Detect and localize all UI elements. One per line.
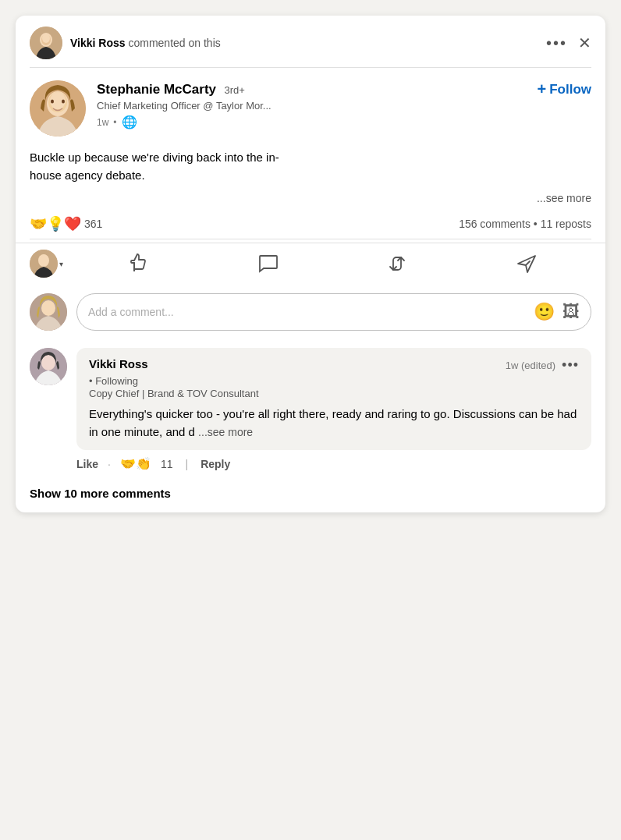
reactions-divider xyxy=(30,239,591,239)
header-commenter-name: Vikki Ross xyxy=(70,37,126,49)
like-icon xyxy=(128,253,150,275)
comment-more-button[interactable]: ••• xyxy=(562,357,579,374)
comment-reactions-count: 11 xyxy=(161,458,173,470)
see-more-label[interactable]: ...see more xyxy=(537,192,591,204)
comment-input-icons: 🙂 🖼 xyxy=(534,302,580,322)
reactions-left: 🤝💡❤️ 361 xyxy=(30,215,102,232)
author-avatar xyxy=(30,80,86,136)
comment-action-button[interactable] xyxy=(204,248,333,279)
svg-point-18 xyxy=(43,356,54,368)
post-content: Buckle up because we're diving back into… xyxy=(16,144,605,192)
comment-actions: Like · 🤝👏 11 | Reply xyxy=(30,450,591,471)
pipe-separator: | xyxy=(185,458,188,470)
post-text-line2: house agency debate. xyxy=(30,168,145,182)
author-info: Stephanie McCarty 3rd+ + Follow Chief Ma… xyxy=(97,80,591,129)
author-name-degree: Stephanie McCarty 3rd+ xyxy=(97,82,245,97)
comment-time-dots: 1w (edited) ••• xyxy=(506,357,579,374)
comment-section: Vikki Ross 1w (edited) ••• • Following C… xyxy=(16,342,605,477)
vikki-comment-item: Vikki Ross 1w (edited) ••• • Following C… xyxy=(30,348,591,450)
comment-header: Vikki Ross 1w (edited) ••• xyxy=(89,357,579,374)
comment-placeholder: Add a comment... xyxy=(88,306,526,318)
degree-badge: 3rd+ xyxy=(225,84,245,96)
post-text-line1: Buckle up because we're diving back into… xyxy=(30,151,279,164)
comment-text-preview: Everything's quicker too - you're all ri… xyxy=(89,407,577,438)
post-time: 1w xyxy=(97,117,108,128)
comment-reply-button[interactable]: Reply xyxy=(200,458,230,470)
comment-text: Everything's quicker too - you're all ri… xyxy=(89,406,579,441)
header-avatar xyxy=(30,27,62,59)
reaction-emojis: 🤝💡❤️ xyxy=(30,215,81,232)
current-user-avatar xyxy=(30,293,67,331)
repost-icon xyxy=(386,253,408,275)
send-icon xyxy=(516,253,538,275)
reactions-row: 🤝💡❤️ 361 156 comments • 11 reposts xyxy=(16,212,605,239)
comment-author-name: Vikki Ross xyxy=(89,357,148,370)
author-name: Stephanie McCarty xyxy=(97,82,216,97)
header-comment-label: commented on this xyxy=(128,37,220,49)
reactions-right: 156 comments • 11 reposts xyxy=(459,218,591,230)
header-actions: ••• ✕ xyxy=(546,34,591,52)
like-action-button[interactable] xyxy=(74,248,204,279)
svg-point-8 xyxy=(51,100,54,104)
comment-actions-dot: · xyxy=(108,458,111,470)
dot-separator: • xyxy=(113,117,116,128)
svg-point-3 xyxy=(42,34,50,43)
vikki-comment-avatar xyxy=(30,348,67,385)
post-author-section: Stephanie McCarty 3rd+ + Follow Chief Ma… xyxy=(16,68,605,144)
globe-icon: 🌐 xyxy=(122,115,137,129)
svg-point-12 xyxy=(40,255,48,265)
action-bar: ▾ xyxy=(16,243,605,287)
svg-point-15 xyxy=(43,301,54,314)
header-notification-text: Vikki Ross commented on this xyxy=(70,37,538,49)
post-card: Vikki Ross commented on this ••• ✕ xyxy=(16,16,605,512)
vikki-comment-body: Vikki Ross 1w (edited) ••• • Following C… xyxy=(76,348,591,450)
author-name-row: Stephanie McCarty 3rd+ + Follow xyxy=(97,80,591,98)
post-see-more[interactable]: ...see more xyxy=(16,192,605,212)
comment-input-box[interactable]: Add a comment... 🙂 🖼 xyxy=(76,293,591,331)
comment-input-row: Add a comment... 🙂 🖼 xyxy=(16,287,605,342)
comment-author-title: Copy Chief | Brand & TOV Consultant xyxy=(89,388,579,399)
show-more-comments[interactable]: Show 10 more comments xyxy=(16,477,605,512)
reaction-dropdown-arrow[interactable]: ▾ xyxy=(59,260,63,268)
repost-action-button[interactable] xyxy=(333,248,463,279)
author-title: Chief Marketing Officer @ Taylor Mor... xyxy=(97,100,591,112)
comment-like-button[interactable]: Like xyxy=(76,458,98,470)
comment-following: • Following xyxy=(89,375,579,387)
image-icon[interactable]: 🖼 xyxy=(562,302,580,322)
svg-point-9 xyxy=(62,100,65,104)
comment-icon xyxy=(257,253,279,275)
comment-author-info: Vikki Ross xyxy=(89,357,148,370)
comment-time: 1w (edited) xyxy=(506,360,555,371)
notification-header: Vikki Ross commented on this ••• ✕ xyxy=(16,16,605,67)
header-close-button[interactable]: ✕ xyxy=(578,34,591,52)
follow-plus-icon: + xyxy=(537,80,546,98)
header-more-button[interactable]: ••• xyxy=(546,34,567,52)
emoji-icon[interactable]: 🙂 xyxy=(534,302,555,322)
send-action-button[interactable] xyxy=(462,248,591,279)
comment-reaction-emojis: 🤝👏 xyxy=(120,456,151,471)
comment-see-more[interactable]: ...see more xyxy=(198,426,253,438)
follow-button[interactable]: + Follow xyxy=(537,80,591,98)
author-meta: 1w • 🌐 xyxy=(97,115,591,129)
action-user-avatar xyxy=(30,250,58,278)
reactions-count: 361 xyxy=(84,218,102,230)
follow-label: Follow xyxy=(549,82,591,97)
comments-reposts: 156 comments • 11 reposts xyxy=(459,218,591,230)
